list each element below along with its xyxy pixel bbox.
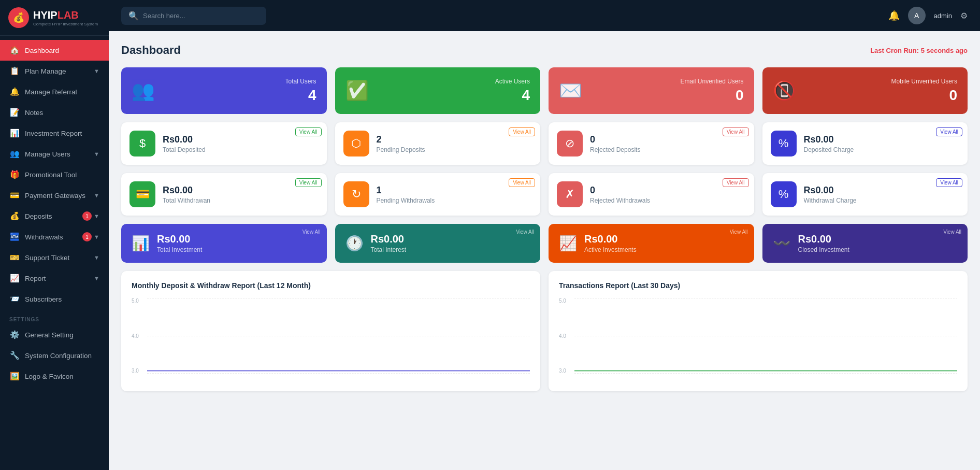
- stat-label-mobile-unverified: Mobile Unverified Users: [891, 78, 957, 85]
- chevron-support-ticket: ▼: [94, 254, 99, 261]
- mini-icon-pending-withdrawals: ↻: [343, 181, 369, 207]
- mini-stat-pending-deposits: ⬡ 2 Pending Deposits View All: [335, 122, 541, 165]
- stat-value-total-users: 4: [285, 87, 316, 104]
- cron-value: 5 seconds ago: [921, 47, 968, 54]
- view-all-btn-total-deposited[interactable]: View All: [295, 127, 322, 136]
- stat-icon-active-users: ✅: [345, 80, 369, 102]
- sidebar-item-manage-referral[interactable]: 🔔 Manage Referral: [0, 81, 109, 102]
- mini-icon-rejected-withdrawals: ✗: [557, 181, 583, 207]
- view-all-btn-pending-deposits[interactable]: View All: [509, 127, 535, 136]
- mini-icon-pending-deposits: ⬡: [343, 131, 369, 156]
- mini-stat-pending-withdrawals: ↻ 1 Pending Withdrawals View All: [335, 173, 541, 216]
- view-all-btn-rejected-withdrawals[interactable]: View All: [723, 178, 749, 187]
- invest-label-total-interest: Total Interest: [371, 246, 530, 253]
- mini-stat-deposited-charge: % Rs0.00 Deposited Charge View All: [762, 122, 968, 165]
- bell-icon[interactable]: 🔔: [888, 10, 900, 21]
- sidebar-item-plan-manage[interactable]: 📋 Plan Manage ▼: [0, 61, 109, 81]
- sidebar-item-dashboard[interactable]: 🏠 Dashboard: [0, 40, 109, 61]
- chevron-withdrawals: ▼: [94, 234, 99, 240]
- invest-card-closed-investment: 〰️ Rs0.00 Closed Investment View All: [762, 224, 968, 263]
- sidebar-item-withdrawals[interactable]: 🏧 Withdrawals 1 ▼: [0, 226, 109, 247]
- sidebar-item-report[interactable]: 📈 Report ▼: [0, 268, 109, 289]
- transactions-y-labels: 5.0 4.0 3.0: [559, 298, 566, 381]
- search-box[interactable]: 🔍: [121, 7, 266, 25]
- mini-stat-rejected-deposits: ⊘ 0 Rejected Deposits View All: [549, 122, 754, 165]
- invest-content-total-investment: Rs0.00 Total Investment: [157, 233, 316, 253]
- nav-icon-withdrawals: 🏧: [9, 232, 20, 241]
- topbar-settings-icon[interactable]: ⚙: [960, 11, 968, 21]
- stat-label-total-users: Total Users: [285, 78, 316, 85]
- mini-icon-rejected-deposits: ⊘: [557, 131, 583, 156]
- invest-view-all-total-interest[interactable]: View All: [516, 229, 534, 235]
- mini-label-pending-deposits: Pending Deposits: [377, 146, 532, 153]
- view-all-btn-rejected-deposits[interactable]: View All: [723, 127, 749, 136]
- nav-label-promotional-tool: Promotional Tool: [25, 171, 99, 179]
- top-stat-active-users: ✅ Active Users 4: [335, 67, 541, 114]
- mini-stat-total-withdrawn: 💳 Rs0.00 Total Withdrawan View All: [121, 173, 327, 216]
- nav-icon-plan-manage: 📋: [9, 66, 20, 76]
- mini-stat-withdrawal-charge: % Rs0.00 Withdrawal Charge View All: [762, 173, 968, 216]
- mini-content-deposited-charge: Rs0.00 Deposited Charge: [804, 134, 960, 153]
- mini-content-total-withdrawn: Rs0.00 Total Withdrawan: [163, 185, 319, 204]
- chevron-deposits: ▼: [94, 213, 99, 219]
- nav-icon-subscribers: 📨: [9, 294, 20, 304]
- nav-label-dashboard: Dashboard: [25, 47, 99, 54]
- sidebar-item-notes[interactable]: 📝 Notes: [0, 102, 109, 123]
- invest-view-all-closed-investment[interactable]: View All: [943, 229, 961, 235]
- sidebar-item-manage-users[interactable]: 👥 Manage Users ▼: [0, 144, 109, 164]
- stat-value-active-users: 4: [495, 87, 530, 104]
- logo: 💰 HYIPLAB Complete HYIP Investment Syste…: [0, 0, 109, 36]
- invest-view-all-total-investment[interactable]: View All: [302, 229, 321, 235]
- stat-label-email-unverified: Email Unverified Users: [680, 78, 743, 85]
- mini-content-total-deposited: Rs0.00 Total Deposited: [163, 134, 319, 153]
- invest-icon-active-investments: 📈: [559, 235, 577, 252]
- view-all-btn-deposited-charge[interactable]: View All: [936, 127, 962, 136]
- sidebar-item-deposits[interactable]: 💰 Deposits 1 ▼: [0, 206, 109, 226]
- nav-label-logo-favicon: Logo & Favicon: [25, 373, 99, 380]
- mini-label-total-withdrawn: Total Withdrawan: [163, 197, 319, 204]
- mini-content-rejected-withdrawals: 0 Rejected Withdrawals: [590, 185, 746, 204]
- stat-content-total-users: Total Users 4: [285, 78, 316, 104]
- cron-info: Last Cron Run: 5 seconds ago: [870, 47, 968, 54]
- sidebar-item-general-setting[interactable]: ⚙️ General Setting: [0, 324, 109, 345]
- view-all-btn-total-withdrawn[interactable]: View All: [295, 178, 322, 187]
- page-header: Dashboard Last Cron Run: 5 seconds ago: [121, 44, 968, 57]
- mini-value-pending-withdrawals: 1: [377, 185, 532, 196]
- sidebar-item-promotional-tool[interactable]: 🎁 Promotional Tool: [0, 164, 109, 185]
- transactions-chart-svg: [574, 298, 957, 374]
- invest-icon-closed-investment: 〰️: [773, 235, 791, 252]
- search-input[interactable]: [143, 12, 259, 20]
- monthly-chart-svg: [147, 298, 530, 374]
- view-all-btn-withdrawal-charge[interactable]: View All: [936, 178, 962, 187]
- sidebar-item-system-configuration[interactable]: 🔧 System Configuration: [0, 345, 109, 366]
- nav-icon-investment-report: 📊: [9, 129, 20, 138]
- invest-value-total-investment: Rs0.00: [157, 233, 316, 245]
- mini-label-withdrawal-charge: Withdrawal Charge: [804, 197, 960, 204]
- view-all-btn-pending-withdrawals[interactable]: View All: [509, 178, 535, 187]
- logo-sub: Complete HYIP Investment System: [33, 22, 98, 26]
- top-stats-grid: 👥 Total Users 4 ✅ Active Users 4 ✉️ Emai…: [121, 67, 968, 114]
- invest-content-total-interest: Rs0.00 Total Interest: [371, 233, 530, 253]
- top-stat-email-unverified: ✉️ Email Unverified Users 0: [549, 67, 754, 114]
- sidebar-item-support-ticket[interactable]: 🎫 Support Ticket ▼: [0, 247, 109, 268]
- sidebar-item-investment-report[interactable]: 📊 Investment Report: [0, 123, 109, 144]
- sidebar-item-logo-favicon[interactable]: 🖼️ Logo & Favicon: [0, 366, 109, 387]
- mini-value-pending-deposits: 2: [377, 134, 532, 145]
- nav-icon-report: 📈: [9, 274, 20, 283]
- content: Dashboard Last Cron Run: 5 seconds ago 👥…: [109, 31, 980, 470]
- page-title: Dashboard: [121, 44, 181, 57]
- sidebar-item-payment-gateways[interactable]: 💳 Payment Gateways ▼: [0, 185, 109, 206]
- sidebar: 💰 HYIPLAB Complete HYIP Investment Syste…: [0, 0, 109, 470]
- stat-icon-total-users: 👥: [132, 80, 155, 102]
- mini-content-withdrawal-charge: Rs0.00 Withdrawal Charge: [804, 185, 960, 204]
- nav-label-plan-manage: Plan Manage: [25, 67, 94, 75]
- monthly-chart-inner: [147, 298, 530, 381]
- invest-view-all-active-investments[interactable]: View All: [730, 229, 748, 235]
- transactions-chart-inner: [574, 298, 957, 381]
- invest-label-total-investment: Total Investment: [157, 246, 316, 253]
- nav-label-manage-referral: Manage Referral: [25, 88, 99, 96]
- invest-card-total-interest: 🕐 Rs0.00 Total Interest View All: [335, 224, 541, 263]
- mini-value-withdrawal-charge: Rs0.00: [804, 185, 960, 196]
- sidebar-item-subscribers[interactable]: 📨 Subscribers: [0, 289, 109, 309]
- stat-content-active-users: Active Users 4: [495, 78, 530, 104]
